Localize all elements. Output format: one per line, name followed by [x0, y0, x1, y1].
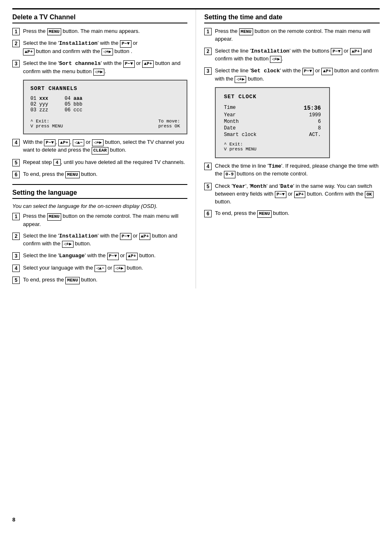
left-column: Delete a TV Channel 1 Press the MENU but…: [12, 9, 196, 288]
pminus-btn: P−▼: [120, 40, 131, 47]
step-lang-4: 4 Select your language with the ◁▲− or ◁…: [12, 264, 187, 272]
step-text-3: Select the line 'Sort channels' with the…: [23, 60, 187, 76]
language-steps: 1 Press the MENU button on the remote co…: [12, 212, 187, 284]
pplus-time2: ▲P+: [350, 48, 362, 55]
pplus-time3: ▲P+: [321, 68, 333, 75]
step-text-4: With the P−▼, ▲P+, ◁▲− or ◁+▶ button, se…: [23, 138, 187, 155]
delete-channel-title: Delete a TV Channel: [12, 14, 187, 23]
channel-col-2: 04 aaa 05 bbb 06 ccc: [65, 96, 82, 113]
step-delete-6: 6 To end, press the MENU button.: [12, 171, 187, 178]
clock-row-date: Date 8: [224, 125, 321, 131]
step-lang-text-4: Select your language with the ◁▲− or ◁+▶…: [23, 264, 187, 272]
step-time-num-4: 4: [204, 163, 212, 170]
step-num-6: 6: [12, 171, 20, 178]
step-delete-1: 1 Press the MENU button. The main menu a…: [12, 28, 187, 35]
time-date-steps: 1 Press the MENU button on the remote co…: [204, 28, 380, 83]
step-lang-num-5: 5: [12, 277, 20, 284]
delete-channel-steps: 1 Press the MENU button. The main menu a…: [12, 28, 187, 76]
step-time-num-3: 3: [204, 67, 212, 75]
step-text-5: Repeat step 4, until you have deleted al…: [23, 159, 187, 166]
step-lang-3: 3 Select the line 'Language' with the P−…: [12, 252, 187, 260]
pminus-time2: P−▼: [331, 48, 342, 55]
step-lang-num-2: 2: [12, 233, 20, 240]
delete-channel-steps-cont: 4 With the P−▼, ▲P+, ◁▲− or ◁+▶ button, …: [12, 138, 187, 178]
language-intro: You can select the language for the on-s…: [12, 203, 187, 209]
step-lang-1: 1 Press the MENU button on the remote co…: [12, 212, 187, 228]
step-text-1: Press the MENU button. The main menu app…: [23, 28, 187, 35]
step-num-5: 5: [12, 159, 20, 166]
step-time-text-2: Select the line 'Installation' with the …: [215, 47, 380, 63]
clock-value-month: 6: [318, 119, 321, 125]
num-btn: 0-9: [224, 171, 235, 178]
set-clock-screen: SET CLOCK Time 15:36 Year 1999 Month 6 D…: [215, 87, 330, 158]
confirm-time3: ◁+▶: [235, 76, 246, 83]
step-delete-3: 3 Select the line 'Sort channels' with t…: [12, 60, 187, 76]
ref-step-4: 4: [53, 159, 61, 166]
screen-footer-sort: ^ Exit:V press MENU To move:press OK: [30, 119, 180, 129]
step-lang-2: 2 Select the line 'Installation' with th…: [12, 232, 187, 248]
menu-btn-time1: MENU: [239, 28, 253, 35]
back-lang4: ◁▲−: [95, 265, 106, 272]
clock-screen-title: SET CLOCK: [224, 94, 321, 100]
step-num-4: 4: [12, 139, 20, 146]
pplus-lang2: ▲P+: [139, 233, 151, 240]
step-lang-num-3: 3: [12, 252, 20, 260]
step-text-6: To end, press the MENU button.: [23, 171, 187, 178]
step-time-text-4: Check the time in line 'Time'. If requir…: [215, 162, 380, 178]
footer-move: To move:press OK: [158, 119, 180, 129]
channel-item: 02 yyy: [30, 101, 48, 107]
back-4: ◁▲−: [73, 139, 84, 146]
clock-row-year: Year 1999: [224, 112, 321, 118]
channel-list: 01 xxx 02 yyy 03 zzz 04 aaa 05 bbb 06 cc…: [30, 96, 180, 113]
step-delete-4: 4 With the P−▼, ▲P+, ◁▲− or ◁+▶ button, …: [12, 138, 187, 155]
pplus-btn: ▲P+: [23, 48, 35, 55]
clear-btn: CLEAR: [92, 147, 108, 154]
clock-label-date: Date: [224, 125, 236, 131]
ok-btn: OK: [365, 191, 374, 198]
step-lang-num-4: 4: [12, 265, 20, 272]
right-column: Setting the time and date 1 Press the ME…: [196, 9, 380, 288]
step-time-2: 2 Select the line 'Installation' with th…: [204, 47, 380, 63]
step-time-4: 4 Check the time in line 'Time'. If requ…: [204, 162, 380, 178]
channel-item: 06 ccc: [65, 107, 82, 113]
section-divider-lang: [12, 184, 187, 185]
channel-col-1: 01 xxx 02 yyy 03 zzz: [30, 96, 48, 113]
step-lang-text-2: Select the line 'Installation' with the …: [23, 232, 187, 248]
clock-screen-footer: ^ Exit:V press MENU: [224, 142, 321, 152]
pminus-btn-3: P−▼: [123, 60, 135, 67]
step-time-3: 3 Select the line 'Set clock' with the P…: [204, 67, 380, 83]
pplus-time5: ▲P+: [294, 191, 306, 198]
menu-btn-time6: MENU: [257, 210, 271, 217]
step-lang-text-1: Press the MENU button on the remote cont…: [23, 212, 187, 228]
channel-item: 03 zzz: [30, 107, 48, 113]
clock-label-year: Year: [224, 112, 236, 118]
clock-label-time: Time: [224, 105, 236, 111]
channel-item: 04 aaa: [65, 96, 82, 101]
clock-value-date: 8: [318, 125, 321, 131]
screen-title-sort: SORT CHANNELS: [30, 85, 180, 92]
pminus-lang2: P−▼: [120, 233, 131, 240]
footer-exit: ^ Exit:V press MENU: [30, 119, 63, 129]
clock-value-smart: ACT.: [309, 132, 321, 138]
step-time-text-3: Select the line 'Set clock' with the P−▼…: [215, 67, 380, 83]
fwd-4: ◁+▶: [92, 139, 104, 146]
fwd-lang4: ◁+▶: [114, 265, 125, 272]
pplus-btn-3: ▲P+: [142, 60, 154, 67]
confirm-btn-3: ◁+▶: [93, 69, 105, 76]
step-lang-5: 5 To end, press the MENU button.: [12, 276, 187, 284]
sort-channels-screen: SORT CHANNELS 01 xxx 02 yyy 03 zzz 04 aa…: [23, 80, 187, 134]
language-title: Setting the language: [12, 189, 187, 199]
menu-btn-1: MENU: [47, 28, 61, 35]
confirm-time2: ◁+▶: [270, 56, 281, 63]
pminus-4: P−▼: [44, 139, 55, 146]
step-time-num-1: 1: [204, 28, 212, 35]
time-date-steps-cont: 4 Check the time in line 'Time'. If requ…: [204, 162, 380, 218]
step-num-3: 3: [12, 60, 20, 67]
step-num-2: 2: [12, 40, 20, 47]
pplus-4: ▲P+: [58, 139, 70, 146]
step-time-6: 6 To end, press the MENU button.: [204, 210, 380, 217]
step-lang-num-1: 1: [12, 213, 20, 220]
step-lang-text-3: Select the line 'Language' with the P−▼ …: [23, 252, 187, 260]
step-delete-2: 2 Select the line 'Installation' with th…: [12, 39, 187, 55]
clock-value-year: 1999: [309, 112, 321, 118]
